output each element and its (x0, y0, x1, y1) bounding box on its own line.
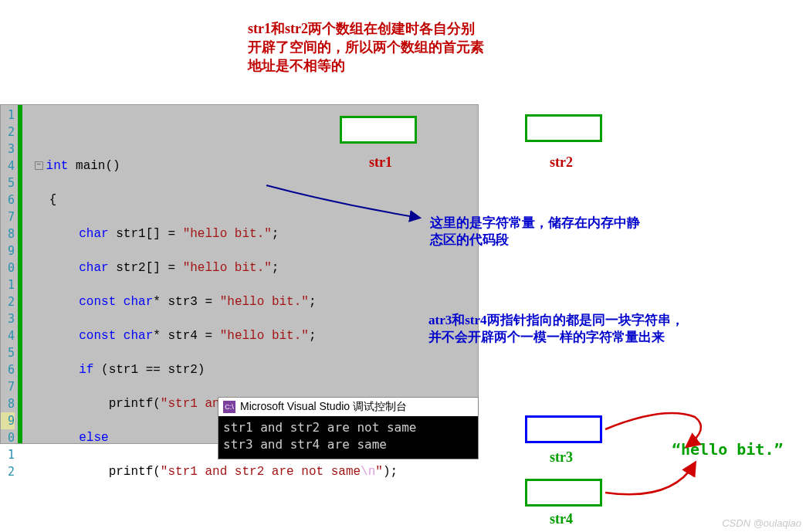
gutter-num: 2 (1, 463, 15, 480)
annotation-const-string: 这里的是字符常量，储存在内存中静 态区的代码段 (430, 215, 640, 249)
console-titlebar: C:\ Microsoft Visual Studio 调试控制台 (218, 398, 478, 416)
label-str3: str3 (550, 449, 573, 466)
gutter-num: 1 (1, 276, 15, 293)
vs-icon: C:\ (223, 401, 235, 413)
top-annotation-line: 开辟了空间的，所以两个数组的首元素 (248, 38, 484, 56)
debug-console: C:\ Microsoft Visual Studio 调试控制台 str1 a… (218, 397, 479, 459)
gutter-num: 2 (1, 124, 15, 141)
gutter-num: 4 (1, 158, 15, 175)
console-output: str1 and str2 are not same str3 and str4… (218, 416, 478, 459)
line-gutter: 1 2 3 4 5 6 7 8 9 0 1 2 3 4 5 6 7 8 9 0 … (1, 105, 18, 443)
gutter-num: 1 (1, 446, 15, 463)
box-str1 (340, 116, 417, 144)
annotation-pointer-same: atr3和str4两指针指向的都是同一块字符串， 并不会开辟两个一模一样的字符常… (428, 312, 684, 346)
top-annotation-line: str1和str2两个数组在创建时各自分别 (248, 19, 484, 38)
gutter-num: 0 (1, 429, 15, 446)
top-annotation-line: 地址是不相等的 (248, 56, 484, 75)
string-literal: “hello bit.” (672, 440, 784, 459)
console-title-text: Microsoft Visual Studio 调试控制台 (240, 400, 407, 414)
gutter-num: 9 (1, 412, 15, 429)
code-editor: 1 2 3 4 5 6 7 8 9 0 1 2 3 4 5 6 7 8 9 0 … (0, 104, 479, 444)
label-str2: str2 (550, 154, 573, 171)
code-area: −int main() { char str1[] = "hello bit."… (22, 105, 478, 443)
top-annotation: str1和str2两个数组在创建时各自分别 开辟了空间的，所以两个数组的首元素 … (248, 19, 484, 75)
gutter-num: 7 (1, 378, 15, 395)
gutter-num: 5 (1, 344, 15, 361)
gutter-num: 1 (1, 107, 15, 124)
gutter-num: 6 (1, 361, 15, 378)
gutter-num: 9 (1, 242, 15, 259)
gutter-num: 0 (1, 259, 15, 276)
gutter-num: 4 (1, 327, 15, 344)
arrow-str4-to-literal (605, 463, 695, 494)
fold-icon[interactable]: − (35, 161, 43, 170)
gutter-num: 2 (1, 293, 15, 310)
gutter-num: 5 (1, 175, 15, 191)
watermark: CSDN @oulaqiao (722, 517, 801, 529)
gutter-num: 7 (1, 208, 15, 225)
label-str4: str4 (550, 511, 573, 527)
gutter-num: 8 (1, 395, 15, 412)
gutter-num: 6 (1, 191, 15, 208)
box-str4 (525, 479, 602, 507)
label-str1: str1 (369, 154, 392, 171)
box-str3 (525, 415, 602, 443)
gutter-num: 8 (1, 225, 15, 242)
box-str2 (525, 114, 602, 142)
gutter-num: 3 (1, 141, 15, 158)
gutter-num: 3 (1, 310, 15, 327)
